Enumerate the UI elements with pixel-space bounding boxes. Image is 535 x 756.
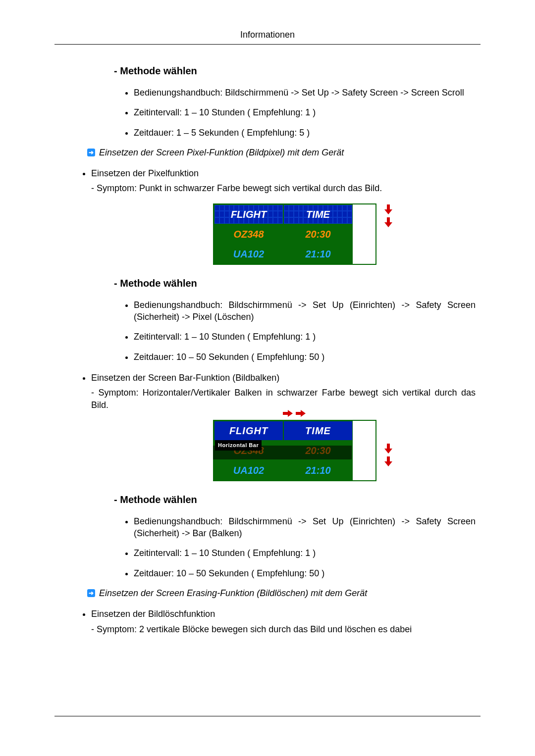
bar-function-title: Einsetzen der Screen Bar-Funktion (Bildb… (91, 373, 279, 383)
header-label: FLIGHT (231, 209, 267, 220)
right-arrows-icon (283, 410, 307, 417)
list-item: Einsetzen der Pixelfunktion - Symptom: P… (91, 167, 476, 195)
flight-board-bar: Horizontal Bar FLIGHT TIME OZ348 20:30 U… (213, 420, 376, 481)
column-header-flight: FLIGHT (214, 421, 283, 441)
erase-function-symptom: - Symptom: 2 vertikale Blöcke bewegen si… (91, 623, 476, 635)
note-pixel-function: ➜ Einsetzen der Screen Pixel-Funktion (B… (87, 147, 476, 158)
column-header-flight: FLIGHT (214, 204, 283, 224)
column-header-time: TIME (283, 204, 353, 224)
horizontal-bar-label: Horizontal Bar (215, 440, 262, 451)
arrow-bullet-icon: ➜ (87, 149, 95, 156)
flight-board-pixel: FLIGHT TIME OZ348 20:30 UA102 2 (213, 203, 376, 265)
cell-time: 20:30 (283, 224, 353, 244)
cell-flight: UA102 (214, 244, 283, 264)
list-item: Bedienungshandbuch: Bildschirmmenü -> Se… (134, 515, 476, 540)
list-item: Einsetzen der Bildlöschfunktion - Sympto… (91, 608, 476, 635)
down-arrows-icon (384, 204, 392, 228)
cell-time: 21:10 (283, 460, 353, 480)
content-area: - Methode wählen Bedienungshandbuch: Bil… (114, 64, 476, 635)
arrow-down-icon (384, 444, 392, 454)
method-heading-3: - Methode wählen (114, 493, 476, 506)
column-header-time: TIME (283, 421, 353, 441)
list-item: Zeitdauer: 10 – 50 Sekunden ( Empfehlung… (134, 567, 476, 579)
list-item: Zeitdauer: 10 – 50 Sekunden ( Empfehlung… (134, 351, 476, 363)
list-item: Zeitdauer: 1 – 5 Sekunden ( Empfehlung: … (134, 127, 476, 139)
footer-rule (54, 716, 481, 716)
arrow-down-icon (384, 456, 392, 467)
list-item: Bedienungshandbuch: Bildschirmmenü -> Se… (134, 299, 476, 323)
erase-function-title: Einsetzen der Bildlöschfunktion (91, 609, 215, 619)
header-label: TIME (306, 209, 330, 220)
note-text: Einsetzen der Screen Erasing-Funktion (B… (99, 587, 367, 599)
page: Informationen - Methode wählen Bedienung… (0, 0, 535, 756)
arrow-right-icon (296, 410, 307, 417)
note-erasing-function: ➜ Einsetzen der Screen Erasing-Funktion … (87, 587, 476, 599)
method-1-list: Bedienungshandbuch: Bildschirmmenü -> Se… (114, 87, 476, 139)
page-header-title: Informationen (54, 30, 481, 45)
arrow-down-icon (384, 204, 392, 215)
cell-flight: UA102 (214, 460, 283, 480)
bar-function-block: Einsetzen der Screen Bar-Funktion (Bildb… (79, 372, 476, 411)
pixel-function-title: Einsetzen der Pixelfunktion (91, 168, 199, 178)
erase-function-block: Einsetzen der Bildlöschfunktion - Sympto… (79, 608, 476, 635)
method-heading-2: - Methode wählen (114, 277, 476, 290)
list-item: Einsetzen der Screen Bar-Funktion (Bildb… (91, 372, 476, 411)
cell-flight: OZ348 (214, 224, 283, 244)
note-text: Einsetzen der Screen Pixel-Funktion (Bil… (99, 147, 344, 158)
list-item: Zeitintervall: 1 – 10 Stunden ( Empfehlu… (134, 547, 476, 559)
pixel-function-block: Einsetzen der Pixelfunktion - Symptom: P… (79, 167, 476, 195)
arrow-down-icon (384, 217, 392, 228)
down-arrows-icon (384, 444, 392, 467)
arrow-bullet-icon: ➜ (87, 589, 95, 597)
method-2-list: Bedienungshandbuch: Bildschirmmenü -> Se… (114, 299, 476, 363)
cell-time: 21:10 (283, 244, 353, 264)
flight-board-table: FLIGHT TIME OZ348 20:30 UA102 2 (213, 203, 376, 265)
pixel-function-symptom: - Symptom: Punkt in schwarzer Farbe bewe… (91, 182, 476, 194)
list-item: Zeitintervall: 1 – 10 Stunden ( Empfehlu… (134, 331, 476, 343)
method-3-list: Bedienungshandbuch: Bildschirmmenü -> Se… (114, 515, 476, 579)
list-item: Zeitintervall: 1 – 10 Stunden ( Empfehlu… (134, 106, 476, 118)
list-item: Bedienungshandbuch: Bildschirmmenü -> Se… (134, 87, 476, 99)
arrow-right-icon (283, 410, 294, 417)
method-heading-1: - Methode wählen (114, 64, 476, 78)
bar-function-symptom: - Symptom: Horizontaler/Vertikaler Balke… (91, 387, 476, 411)
